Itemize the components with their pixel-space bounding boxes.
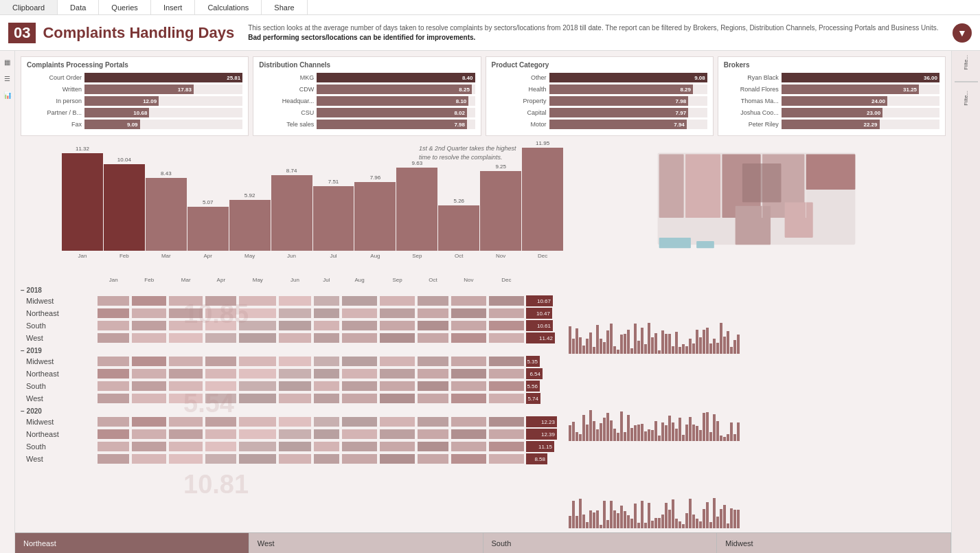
mini-bar xyxy=(582,415,585,441)
mini-bar xyxy=(654,333,657,354)
mini-bar xyxy=(641,501,643,528)
metrics-row: Complaints Processing Portals Court Orde… xyxy=(15,51,951,139)
mini-bar xyxy=(634,324,637,354)
mini-bar xyxy=(586,339,589,354)
menu-data[interactable]: Data xyxy=(58,0,99,14)
mini-bar xyxy=(576,432,578,441)
mini-chart xyxy=(567,270,946,355)
heatmap-row: Northeast 10.47 xyxy=(21,307,563,319)
svg-rect-2 xyxy=(685,155,720,218)
bottom-region-south[interactable]: South xyxy=(483,533,718,553)
menu-queries[interactable]: Queries xyxy=(99,0,151,14)
sidebar-icon-list[interactable]: ☰ xyxy=(2,73,13,84)
mini-bar xyxy=(689,339,692,354)
bar-label: May xyxy=(229,253,271,259)
mini-bar xyxy=(689,417,692,441)
mini-bar xyxy=(709,522,712,528)
metric-bar-row: In person 12.09 xyxy=(27,96,242,106)
bar-label: Aug xyxy=(354,253,396,259)
year-row: − 2019 xyxy=(21,344,563,355)
mini-bar xyxy=(610,420,613,441)
mini-bar xyxy=(727,523,729,528)
mini-bar xyxy=(658,518,661,528)
mini-bar xyxy=(713,414,716,441)
mini-bar xyxy=(634,504,637,528)
bar-column: 8.43 xyxy=(146,170,187,251)
bottom-region-northeast[interactable]: Northeast xyxy=(15,533,249,553)
menu-calculations[interactable]: Calculations xyxy=(195,0,262,14)
metric-bar-row: Property 7.98 xyxy=(492,96,707,106)
mini-bar xyxy=(648,503,650,528)
mini-bar xyxy=(675,429,678,441)
metric-bar-row: Ryan Black 36.00 xyxy=(724,73,939,82)
heatmap-row: South 10.61 xyxy=(21,319,563,332)
mini-bar xyxy=(727,331,729,354)
mini-bar xyxy=(675,332,678,354)
mini-bar xyxy=(648,323,650,354)
mini-bar xyxy=(661,330,664,354)
mini-charts-container xyxy=(567,267,946,530)
bar-label: Jan xyxy=(62,253,103,259)
filter-button[interactable]: ▼ xyxy=(953,23,972,43)
metric-bar-row: CDW 8.25 xyxy=(259,84,475,94)
bar-label: Mar xyxy=(146,253,187,259)
bar-column: 9.63 xyxy=(396,160,437,251)
mini-chart xyxy=(567,444,946,530)
mini-bar xyxy=(648,429,650,441)
menu-share[interactable]: Share xyxy=(262,0,307,14)
report-number: 03 xyxy=(8,23,36,43)
mini-bar xyxy=(706,502,709,528)
mini-bar xyxy=(737,422,740,441)
mini-bar xyxy=(654,421,657,441)
mini-bar xyxy=(620,411,623,441)
mini-bar xyxy=(654,518,657,528)
sidebar-icon-chart[interactable]: 📊 xyxy=(2,89,13,100)
heatmap-row: South 11.15 xyxy=(21,440,563,453)
svg-rect-7 xyxy=(736,206,771,245)
year-row: − 2018 xyxy=(21,284,563,295)
menu-insert[interactable]: Insert xyxy=(151,0,196,14)
mini-bar xyxy=(699,521,702,528)
mini-bar xyxy=(627,330,630,354)
bar-label: Apr xyxy=(187,253,229,259)
right-panel xyxy=(567,139,946,530)
mini-bar xyxy=(685,346,688,354)
bar-column: 9.25 xyxy=(480,163,521,251)
mini-bar xyxy=(672,499,674,528)
bottom-region-west[interactable]: West xyxy=(249,533,483,553)
sidebar-icon-grid[interactable]: ▦ xyxy=(2,56,13,67)
menu-clipboard[interactable]: Clipboard xyxy=(0,0,58,14)
metric-bar-row: Health 8.29 xyxy=(492,84,707,94)
mini-bar xyxy=(703,413,705,441)
mini-bar xyxy=(682,344,685,354)
main-content: Complaints Processing Portals Court Orde… xyxy=(15,51,951,553)
bar-column: 7.51 xyxy=(313,179,354,251)
mini-bar xyxy=(600,423,602,441)
metric-bar-row: MKG 8.40 xyxy=(259,73,475,82)
mini-bar xyxy=(641,328,643,354)
mini-bar xyxy=(709,343,712,354)
svg-rect-5 xyxy=(785,203,813,238)
report-title: Complaints Handling Days xyxy=(43,24,234,42)
mini-bar xyxy=(723,337,726,354)
mini-bar xyxy=(644,431,647,441)
mini-bar xyxy=(582,515,585,528)
bottom-region-midwest[interactable]: Midwest xyxy=(717,533,951,553)
mini-bar xyxy=(603,418,606,441)
menu-bar: Clipboard Data Queries Insert Calculatio… xyxy=(0,0,980,15)
heatmap-row: South 5.56 xyxy=(21,380,563,392)
mini-bar xyxy=(569,516,571,528)
chart-annotation: 1st & 2nd Quarter takes the highesttime … xyxy=(419,144,556,161)
mini-bar xyxy=(720,509,722,528)
mini-bar xyxy=(579,337,582,354)
mini-bar xyxy=(637,341,640,354)
divider xyxy=(955,81,978,82)
mini-bar xyxy=(644,344,647,354)
mini-bar xyxy=(630,348,633,354)
mini-bar xyxy=(709,432,712,441)
mini-bar xyxy=(716,343,719,354)
mini-bar xyxy=(651,430,654,441)
svg-rect-1 xyxy=(659,155,684,218)
mini-bar xyxy=(713,339,716,354)
us-map xyxy=(567,139,946,267)
